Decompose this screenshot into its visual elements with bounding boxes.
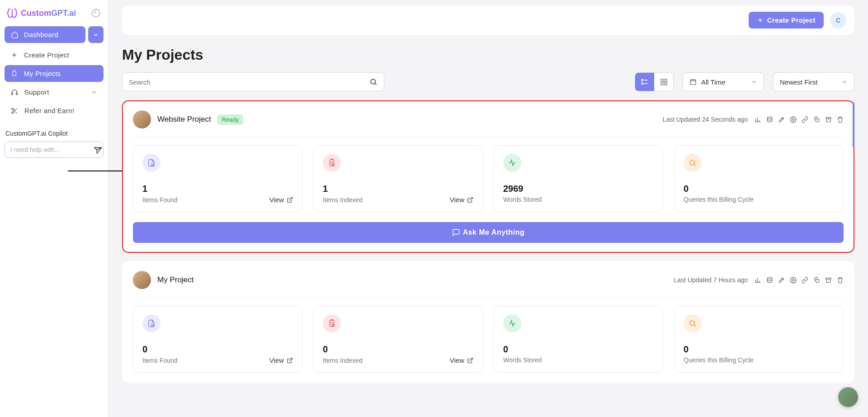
trash-icon[interactable]	[836, 116, 844, 123]
view-toggle	[635, 72, 674, 91]
copy-icon[interactable]	[813, 276, 820, 284]
svg-point-21	[690, 160, 695, 165]
view-link[interactable]: View	[269, 196, 293, 204]
calendar-icon	[689, 78, 697, 85]
user-avatar[interactable]: C	[830, 12, 846, 28]
gear-icon[interactable]	[789, 276, 797, 284]
view-link[interactable]: View	[450, 356, 473, 364]
project-actions	[754, 276, 844, 284]
scissors-icon	[11, 107, 18, 114]
grid-view-button[interactable]	[654, 73, 673, 91]
stat-card: 0 Queries this Billing Cycle	[674, 306, 844, 373]
search-input[interactable]	[129, 78, 369, 86]
svg-rect-25	[826, 278, 830, 279]
list-icon	[641, 78, 649, 86]
svg-rect-27	[330, 320, 334, 327]
clipboard-search-icon	[323, 154, 341, 172]
trash-icon[interactable]	[836, 276, 844, 284]
svg-rect-9	[661, 79, 663, 81]
dashboard-dropdown-button[interactable]	[88, 26, 104, 43]
archive-icon[interactable]	[825, 116, 832, 123]
controls-row: All Time Newest First	[122, 72, 854, 91]
svg-rect-16	[816, 118, 819, 122]
stat-value: 0	[684, 344, 834, 355]
sort-select[interactable]: Newest First	[773, 72, 854, 91]
analytics-icon[interactable]	[754, 276, 761, 284]
stat-card: 0 Queries this Billing Cycle	[674, 145, 844, 212]
gear-icon[interactable]	[789, 116, 797, 123]
file-search-icon	[142, 314, 160, 332]
time-filter-select[interactable]: All Time	[683, 72, 764, 91]
stat-value: 0	[323, 344, 473, 355]
svg-point-4	[371, 79, 376, 84]
project-card: Website Project Ready Last Updated 24 Se…	[122, 100, 854, 253]
project-avatar[interactable]	[133, 110, 151, 128]
archive-icon[interactable]	[825, 276, 832, 284]
svg-rect-19	[330, 160, 334, 166]
stat-card: 1 Items Found View	[133, 145, 302, 212]
chat-launcher-avatar[interactable]	[838, 387, 858, 407]
sidebar-item-create-project[interactable]: Create Project	[5, 47, 104, 63]
search-icon	[684, 314, 702, 332]
stat-value: 0	[684, 184, 834, 194]
stat-label: Words Stored	[503, 196, 542, 203]
copilot-input[interactable]	[10, 146, 90, 153]
chevron-down-icon	[751, 79, 757, 85]
sidebar-item-my-projects[interactable]: My Projects	[5, 65, 104, 82]
svg-point-14	[767, 117, 772, 118]
clipboard-search-icon	[323, 314, 341, 332]
svg-rect-11	[661, 82, 663, 85]
stat-label: Queries this Billing Cycle	[684, 356, 754, 364]
svg-point-2	[12, 112, 14, 114]
send-icon[interactable]	[92, 144, 102, 155]
project-name[interactable]: My Project	[157, 275, 193, 284]
view-link[interactable]: View	[269, 356, 293, 364]
stat-value: 1	[142, 184, 293, 194]
list-view-button[interactable]	[635, 73, 654, 91]
stat-value: 0	[142, 344, 293, 355]
stat-card: 0 Items Indexed View	[313, 306, 483, 373]
sidebar-label-support: Support	[24, 88, 49, 96]
svg-rect-17	[826, 117, 830, 118]
database-icon[interactable]	[766, 276, 773, 284]
search-icon[interactable]	[369, 78, 377, 86]
headphones-icon	[11, 89, 18, 96]
analytics-icon[interactable]	[754, 116, 761, 123]
stat-label: Words Stored	[503, 356, 542, 364]
ask-me-anything-button[interactable]: Ask Me Anything	[133, 222, 844, 243]
sidebar-label-myprojects: My Projects	[24, 70, 61, 77]
database-icon[interactable]	[766, 116, 773, 123]
brush-icon[interactable]	[778, 276, 785, 284]
sidebar-item-refer[interactable]: Refer and Earn!	[5, 102, 104, 119]
clipboard-icon	[11, 70, 18, 77]
sidebar-item-support[interactable]: Support	[5, 84, 104, 100]
sidebar-collapse-icon[interactable]	[92, 9, 100, 17]
stat-value: 1	[323, 184, 473, 194]
stat-label: Queries this Billing Cycle	[684, 196, 754, 203]
search-field[interactable]	[122, 72, 384, 91]
view-link[interactable]: View	[450, 196, 473, 204]
svg-point-1	[12, 108, 14, 110]
copilot-input-wrap[interactable]	[5, 142, 104, 158]
svg-rect-13	[690, 80, 696, 85]
sidebar-item-dashboard[interactable]: Dashboard	[5, 26, 85, 43]
logo[interactable]: CustomGPT.ai	[6, 7, 76, 19]
stat-card: 1 Items Indexed View	[313, 145, 483, 212]
link-icon[interactable]	[801, 276, 808, 284]
svg-rect-24	[816, 279, 819, 282]
brush-icon[interactable]	[778, 116, 785, 123]
stat-value: 0	[503, 344, 654, 355]
status-badge: Ready	[217, 114, 244, 125]
chevron-down-icon	[841, 79, 848, 85]
svg-rect-12	[664, 82, 666, 85]
stat-value: 2969	[503, 184, 654, 194]
copy-icon[interactable]	[813, 116, 820, 123]
plus-icon	[757, 17, 764, 24]
link-icon[interactable]	[801, 116, 808, 123]
project-avatar[interactable]	[133, 271, 151, 289]
project-actions	[754, 116, 844, 123]
sidebar-label-refer: Refer and Earn!	[24, 107, 74, 114]
create-project-button[interactable]: Create Project	[749, 12, 824, 28]
stat-card: 0 Words Stored	[494, 306, 663, 373]
project-name[interactable]: Website Project	[157, 115, 211, 124]
